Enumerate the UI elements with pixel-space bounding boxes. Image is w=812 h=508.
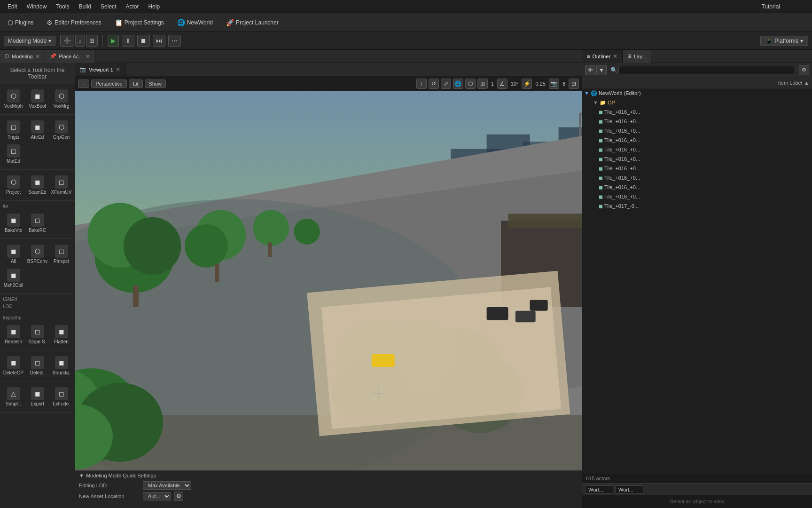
menu-actor[interactable]: Actor bbox=[122, 2, 142, 11]
tool-item-pinspct[interactable]: ◻ Pinspct bbox=[50, 243, 73, 266]
newworld-button[interactable]: 🌐 NewWorld bbox=[173, 17, 217, 28]
tool-item-bspconv[interactable]: ⬡ BSPConv bbox=[26, 243, 49, 266]
translate-icon-btn[interactable]: ↕ bbox=[416, 79, 427, 89]
outliner-item-tile-0[interactable]: ◼ Tile_+016_+0... bbox=[582, 107, 812, 117]
project-launcher-button[interactable]: 🚀 Project Launcher bbox=[222, 17, 282, 28]
tool-item-all[interactable]: ◼ All bbox=[2, 243, 25, 266]
outliner-item-tile-2[interactable]: ◼ Tile_+016_+0... bbox=[582, 126, 812, 135]
play-button[interactable]: ▶ bbox=[108, 35, 119, 47]
tool-item-remesh[interactable]: ◼ Remesh bbox=[2, 323, 25, 346]
outliner-item-tile-9[interactable]: ◼ Tile_+016_+0... bbox=[582, 192, 812, 201]
outliner-tab-close[interactable]: ✕ bbox=[613, 53, 617, 60]
outliner-search-input[interactable] bbox=[618, 66, 795, 74]
tool-item-bounda[interactable]: ◼ Bounda. bbox=[50, 354, 73, 377]
tool-item-flatten[interactable]: ◼ Flatten bbox=[50, 323, 73, 346]
viewport1-tab-close[interactable]: ✕ bbox=[116, 66, 120, 73]
menu-select[interactable]: Select bbox=[97, 2, 120, 11]
angle-snap-icon-btn[interactable]: ∠ bbox=[497, 79, 508, 89]
perspective-button[interactable]: Perspective bbox=[91, 79, 126, 88]
asset-location-dropdown[interactable]: Aut... bbox=[143, 492, 171, 500]
lod-label: LOD bbox=[0, 303, 75, 310]
outliner-settings-btn[interactable]: ⚙ bbox=[799, 65, 809, 75]
tool-item-export[interactable]: ◼ Export bbox=[26, 385, 49, 408]
outliner-item-tile-5[interactable]: ◼ Tile_+016_+0... bbox=[582, 154, 812, 164]
outliner-item-tile-3[interactable]: ◼ Tile_+016_+0... bbox=[582, 135, 812, 145]
tool-item-slopes[interactable]: ◻ Slope S. bbox=[26, 323, 49, 346]
tool-item-attred[interactable]: ◼ AttrEd bbox=[26, 119, 49, 142]
project-settings-button[interactable]: 📋 Project Settings bbox=[111, 17, 168, 28]
tool-item-xformuv[interactable]: ◻ XFormUV bbox=[50, 174, 73, 197]
tab-modeling[interactable]: ⬡ Modeling ✕ bbox=[0, 50, 45, 63]
pause-button[interactable]: ⏸ bbox=[122, 35, 134, 47]
grid-icon-btn[interactable]: ⊞ bbox=[477, 79, 488, 89]
outliner-item-tile-7[interactable]: ◼ Tile_+016_+0... bbox=[582, 173, 812, 183]
tool-item-tngts[interactable]: ◻ Tngts bbox=[2, 119, 25, 142]
world-selector-1[interactable]: Worl... bbox=[585, 485, 613, 494]
outliner-item-world[interactable]: ▼ 🌐 NewWorld (Editor) bbox=[582, 88, 812, 98]
bakevtx-icon: ◼ bbox=[7, 214, 20, 227]
tab-viewport1[interactable]: 📷 Viewport 1 ✕ bbox=[75, 63, 125, 76]
quick-settings-title[interactable]: ▼ Modeling Mode Quick Settings bbox=[79, 473, 578, 478]
tool-item-project[interactable]: ⬡ Project bbox=[2, 174, 25, 197]
tab-place-ac[interactable]: 📌 Place Ac... ✕ bbox=[45, 50, 95, 63]
outliner-item-tile-4[interactable]: ◼ Tile_+016_+0... bbox=[582, 145, 812, 154]
editing-lod-dropdown[interactable]: Max Available bbox=[143, 481, 191, 490]
launcher-icon: 🚀 bbox=[226, 19, 234, 26]
rotate-icon-btn[interactable]: ↺ bbox=[429, 79, 439, 89]
simplif-icon: △ bbox=[7, 387, 20, 400]
tool-item-voxmrph[interactable]: ⬡ VoxMrph bbox=[2, 87, 25, 111]
tool-item-bakevtx[interactable]: ◼ BakeVtx bbox=[2, 212, 25, 235]
tool-item-simplif[interactable]: △ Simplif. bbox=[2, 385, 25, 408]
camera-speed-icon-btn[interactable]: 📷 bbox=[549, 79, 559, 89]
tool-item-voxmrg[interactable]: ⬡ VoxMrg bbox=[50, 87, 73, 111]
outliner-item-tile-6[interactable]: ◼ Tile_+016_+0... bbox=[582, 164, 812, 173]
view-layout-icon-btn[interactable]: ⊟ bbox=[569, 79, 579, 89]
outliner-item-tile-10[interactable]: ◼ Tile_+017_-0... bbox=[582, 201, 812, 211]
scale-icon-btn[interactable]: ⤢ bbox=[441, 79, 451, 89]
tool-item-extrude[interactable]: ◻ Extrude. bbox=[50, 385, 73, 408]
tool-item-deleteop[interactable]: ◼ DeleteOP bbox=[2, 354, 25, 377]
world-expand-icon: ▼ bbox=[584, 90, 589, 96]
scale-snap-icon-btn[interactable]: ⚡ bbox=[522, 79, 532, 89]
show-button[interactable]: Show bbox=[145, 79, 166, 88]
outliner-content[interactable]: ▼ 🌐 NewWorld (Editor) ▼ 📁 OP ◼ Tile_+016… bbox=[582, 88, 812, 474]
menu-build[interactable]: Build bbox=[75, 2, 95, 11]
tool-item-delete[interactable]: ◻ Delete. bbox=[26, 354, 49, 377]
stop-button[interactable]: ⏹ bbox=[137, 35, 150, 47]
more-button[interactable]: ⋯ bbox=[168, 35, 181, 47]
plugins-button[interactable]: ⬡ Plugins bbox=[4, 17, 37, 28]
snap-surface-icon-btn[interactable]: ⬡ bbox=[465, 79, 476, 89]
tool-item-bakerc[interactable]: ◻ BakeRC bbox=[26, 212, 49, 235]
editor-preferences-button[interactable]: ⚙ Editor Preferences bbox=[43, 17, 105, 28]
menu-edit[interactable]: Edit bbox=[4, 2, 21, 11]
viewport-3d[interactable]: ≡ Perspective Lit Show ↕ ↺ ⤢ 🌐 ⬡ ⊞ 1 ∠ bbox=[75, 76, 582, 508]
platforms-button[interactable]: 📱 Platforms ▾ bbox=[760, 36, 808, 46]
outliner-eye-btn[interactable]: 👁 bbox=[585, 65, 595, 75]
viewport-menu-button[interactable]: ≡ bbox=[78, 79, 89, 88]
menu-help[interactable]: Help bbox=[144, 2, 164, 11]
snap-button[interactable]: ⊞ bbox=[86, 35, 98, 47]
tool-item-mated[interactable]: ◻ MatEd bbox=[2, 143, 25, 166]
tool-item-grpgen[interactable]: ⬡ GrpGen bbox=[50, 119, 73, 142]
outliner-item-tile-8[interactable]: ◼ Tile_+016_+0... bbox=[582, 183, 812, 192]
outliner-filter-btn[interactable]: ▼ bbox=[596, 65, 607, 75]
world-selector-2[interactable]: Worl... bbox=[615, 485, 643, 494]
place-ac-tab-close[interactable]: ✕ bbox=[86, 53, 90, 60]
menu-window[interactable]: Window bbox=[23, 2, 51, 11]
tool-item-voxbool[interactable]: ◼ VoxBool bbox=[26, 87, 49, 111]
mode-dropdown[interactable]: Modeling Mode ▾ bbox=[4, 36, 55, 46]
tab-outliner[interactable]: ≡ Outliner ✕ bbox=[582, 50, 623, 63]
qs-settings-icon-btn[interactable]: ⚙ bbox=[174, 492, 183, 501]
tool-item-seamed[interactable]: ◼ SeamEd bbox=[26, 174, 49, 197]
add-actor-button[interactable]: ➕ bbox=[60, 35, 74, 47]
modeling-tab-close[interactable]: ✕ bbox=[35, 53, 40, 60]
snap-world-icon-btn[interactable]: 🌐 bbox=[453, 79, 463, 89]
outliner-item-tile-1[interactable]: ◼ Tile_+016_+0... bbox=[582, 117, 812, 126]
outliner-item-op-folder[interactable]: ▼ 📁 OP bbox=[582, 98, 812, 107]
tab-layers[interactable]: ⊞ Lay... bbox=[623, 50, 651, 63]
skip-button[interactable]: ⏭ bbox=[153, 35, 165, 47]
lit-button[interactable]: Lit bbox=[129, 79, 143, 88]
menu-tools[interactable]: Tools bbox=[52, 2, 73, 11]
tool-item-msh2coll[interactable]: ◼ Msh2Coll bbox=[2, 267, 25, 290]
transform-button[interactable]: ↕ bbox=[75, 35, 85, 47]
